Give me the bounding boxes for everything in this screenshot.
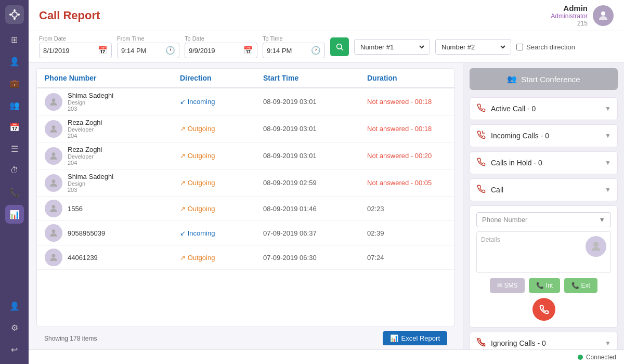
connected-indicator — [578, 355, 583, 360]
excel-report-button[interactable]: 📊 Excel Report — [383, 331, 447, 345]
sms-icon: ✉ — [497, 282, 504, 289]
call-section-left: Call — [476, 184, 503, 196]
number1-select[interactable]: Number #1 — [358, 43, 426, 51]
svg-point-11 — [52, 179, 56, 183]
contact-ext: 204 — [68, 133, 102, 139]
direction-cell: ↙ Incoming — [172, 98, 255, 106]
start-conference-button[interactable]: 👥 Start Conference — [470, 68, 618, 90]
sidebar-item-work[interactable]: 💼 — [5, 74, 24, 93]
svg-point-10 — [52, 152, 56, 156]
right-panel: 👥 Start Conference Active Call - 0 ▼ — [463, 63, 624, 349]
contact-sub: Developer — [68, 126, 102, 133]
to-date-label: To Date — [185, 35, 257, 42]
table-row: 9058955039 ↙ Incoming 07-09-2019 06:37 0… — [37, 221, 454, 245]
incoming-calls-section: Incoming Calls - 0 ▼ — [470, 124, 618, 147]
ignoring-calls-header[interactable]: Ignoring Calls - 0 ▼ — [470, 332, 617, 349]
contact-ext: 203 — [68, 106, 113, 112]
contact-cell: 44061239 — [37, 249, 172, 266]
sidebar-item-stats[interactable]: 📊 — [5, 205, 24, 224]
contact-avatar — [45, 93, 62, 111]
col-phone-number: Phone Number — [37, 74, 172, 82]
table-row: Reza Zoghi Developer 204 ↗ Outgoing 08-0… — [37, 142, 454, 170]
from-time-group: From Time 🕐 — [117, 35, 179, 58]
search-direction-checkbox[interactable] — [516, 44, 523, 50]
svg-point-15 — [593, 242, 599, 247]
phone-int-icon: 📞 — [536, 282, 545, 289]
user-info: Admin Administrator 215 — [551, 4, 614, 27]
sidebar-item-contacts[interactable]: 👥 — [5, 96, 24, 114]
col-duration: Duration — [359, 74, 454, 82]
to-time-group: To Time 🕐 — [263, 35, 325, 58]
sidebar-item-logout[interactable]: ↩ — [5, 340, 24, 359]
sidebar-item-reports[interactable]: ☰ — [5, 139, 24, 158]
table-row: Shima Sadeghi Design 203 ↗ Outgoing 08-0… — [37, 170, 454, 197]
arrow-out-icon: ↗ — [180, 254, 188, 262]
from-date-input[interactable] — [43, 47, 95, 55]
call-actions: ✉ SMS 📞 Int 📞 Ext — [476, 278, 611, 293]
sidebar-item-calendar[interactable]: 📅 — [5, 118, 24, 136]
table-area: Phone Number Direction Start Time Durati… — [29, 63, 463, 349]
call-section-header[interactable]: Call ▼ — [470, 179, 617, 201]
table-row: 1556 ↗ Outgoing 08-09-2019 01:46 02:23 — [37, 197, 454, 221]
filter-bar: From Date 📅 From Time 🕐 To Date 📅 To Tim… — [29, 31, 624, 63]
from-time-input[interactable] — [121, 47, 163, 55]
phone-number-dropdown[interactable]: Phone Number ▼ — [476, 212, 611, 227]
clock2-icon[interactable]: 🕐 — [311, 46, 321, 55]
sidebar: ⊞ 👤 💼 👥 📅 ☰ ⏱ 📞 📊 👤 ⚙ ↩ — [0, 0, 29, 364]
col-direction: Direction — [172, 74, 255, 82]
ext-button[interactable]: 📞 Ext — [564, 278, 597, 293]
user-name: Admin — [551, 4, 588, 12]
call-label: Call — [491, 186, 503, 194]
ignoring-calls-section: Ignoring Calls - 0 ▼ — [470, 332, 618, 349]
svg-point-14 — [52, 254, 56, 257]
svg-point-12 — [52, 205, 56, 209]
phone-hold-icon — [476, 157, 486, 168]
contact-avatar — [45, 200, 62, 217]
header: Call Report Admin Administrator 215 — [29, 0, 624, 31]
from-date-group: From Date 📅 — [39, 35, 112, 58]
active-call-header[interactable]: Active Call - 0 ▼ — [470, 98, 617, 120]
contact-cell: 1556 — [37, 200, 172, 217]
user-role: Administrator — [551, 12, 588, 20]
calls-hold-section: Calls in Hold - 0 ▼ — [470, 151, 618, 174]
sidebar-item-dashboard[interactable]: ⊞ — [5, 30, 24, 49]
int-button[interactable]: 📞 Int — [529, 278, 560, 293]
sms-button[interactable]: ✉ SMS — [490, 278, 525, 293]
sidebar-item-calls[interactable]: 📞 — [5, 183, 24, 202]
sidebar-item-settings[interactable]: ⚙ — [5, 318, 24, 337]
arrow-out-icon: ↗ — [180, 125, 188, 133]
dial-button[interactable] — [532, 298, 555, 321]
clock-icon[interactable]: 🕐 — [165, 46, 175, 55]
active-call-left: Active Call - 0 — [476, 103, 536, 114]
call-dialer: Phone Number ▼ Details ✉ SMS 📞 — [470, 205, 618, 328]
contact-name: Reza Zoghi — [68, 146, 102, 153]
to-time-input[interactable] — [267, 47, 308, 55]
direction-cell: ↗ Outgoing — [172, 254, 255, 262]
chevron-down-icon4: ▼ — [605, 186, 611, 193]
number2-select[interactable]: Number #2 — [439, 43, 507, 51]
direction-cell: ↗ Outgoing — [172, 152, 255, 160]
sidebar-item-account[interactable]: 👤 — [5, 296, 24, 315]
sidebar-logo — [5, 5, 24, 24]
start-time-cell: 07-09-2019 06:37 — [255, 229, 359, 237]
direction-cell: ↙ Incoming — [172, 229, 255, 237]
avatar — [593, 5, 614, 26]
search-button[interactable] — [330, 37, 349, 56]
to-date-input[interactable] — [189, 47, 241, 55]
arrow-in-icon: ↙ — [180, 229, 188, 237]
sidebar-item-users[interactable]: 👤 — [5, 52, 24, 71]
ignoring-calls-left: Ignoring Calls - 0 — [476, 337, 546, 349]
contact-avatar — [45, 120, 62, 138]
calendar-icon[interactable]: 📅 — [98, 46, 108, 55]
contact-avatar — [45, 249, 62, 266]
duration-cell: Not answered - 00:18 — [359, 125, 454, 133]
contact-avatar — [45, 174, 62, 192]
sidebar-item-history[interactable]: ⏱ — [5, 161, 24, 180]
number1-select-wrap: Number #1 — [354, 39, 430, 55]
calls-hold-header[interactable]: Calls in Hold - 0 ▼ — [470, 152, 617, 174]
incoming-calls-header[interactable]: Incoming Calls - 0 ▼ — [470, 125, 617, 147]
svg-point-5 — [601, 11, 605, 16]
svg-line-7 — [341, 48, 343, 50]
calendar2-icon[interactable]: 📅 — [243, 46, 253, 55]
direction-cell: ↗ Outgoing — [172, 179, 255, 187]
